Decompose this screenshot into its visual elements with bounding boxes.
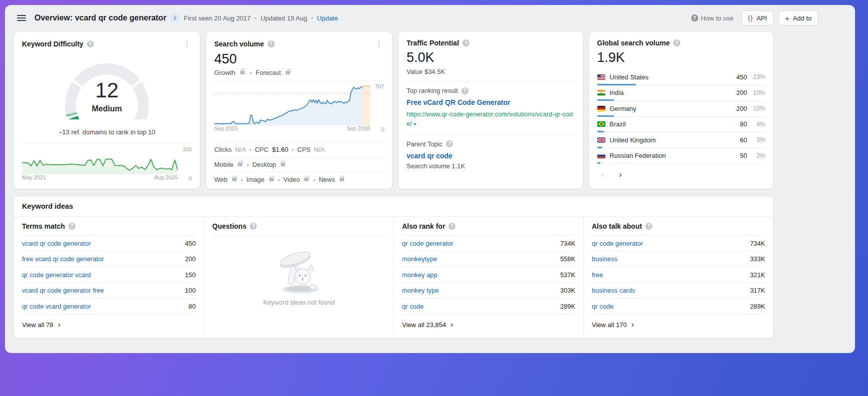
view-all-link[interactable]: View all 23,854 › — [402, 315, 575, 335]
question-icon[interactable]: ? — [268, 40, 275, 47]
country-share: 4% — [747, 121, 765, 128]
keyword-row: monkey type303K — [402, 283, 575, 299]
keyword-row: qr code generator734K — [592, 236, 765, 252]
flag-gb-icon — [597, 137, 605, 143]
growth-toggle[interactable]: Growth — [214, 69, 235, 76]
how-to-use-link[interactable]: ? How to use — [691, 14, 734, 22]
keyword-link[interactable]: monkeytype — [402, 255, 560, 263]
axis-max-label: 707 — [375, 83, 384, 89]
difficulty-level: Medium — [52, 104, 162, 113]
country-share: 3% — [747, 136, 765, 143]
app-window: Overview: vcard qr code generator i Firs… — [5, 5, 855, 353]
country-row: United Kingdom603% — [597, 132, 766, 148]
view-all-link[interactable]: View all 78 › — [22, 315, 196, 335]
keyword-link[interactable]: qr code vcard generator — [22, 303, 189, 310]
country-row: United States45023% — [597, 69, 766, 85]
question-icon[interactable]: ? — [68, 223, 75, 230]
keyword-link[interactable]: free vcard qr code generator — [22, 255, 185, 263]
axis-end-label: Aug 2025 — [154, 174, 178, 182]
forecast-toggle[interactable]: Forecast — [256, 69, 281, 76]
top-ranking-url[interactable]: https://www.qr-code-generator.com/soluti… — [407, 110, 575, 129]
country-share: 10% — [747, 89, 765, 96]
keyword-link[interactable]: monkey type — [402, 287, 560, 294]
question-icon[interactable]: ? — [462, 39, 469, 46]
flag-in-icon — [597, 90, 605, 95]
question-icon[interactable]: ? — [446, 140, 453, 147]
difficulty-note: ~13 ref. domains to rank in top 10 — [22, 128, 192, 136]
country-volume: 200 — [736, 105, 747, 112]
axis-start-label: May 2021 — [22, 174, 46, 182]
divider — [407, 134, 575, 135]
keyword-link[interactable]: vcard qr code generator free — [22, 287, 185, 294]
bullet-separator: • — [311, 15, 313, 21]
country-volume: 200 — [736, 89, 747, 96]
keyword-volume: 558K — [560, 255, 575, 263]
keyword-volume: 321K — [750, 271, 765, 279]
keyword-link[interactable]: free — [592, 271, 750, 279]
chevron-left-icon[interactable]: ‹ — [601, 170, 604, 180]
questions-column: Questions ? — [204, 217, 394, 338]
api-button[interactable]: {} API — [742, 10, 774, 25]
axis-min-label: 0 — [381, 126, 384, 132]
question-icon[interactable]: ? — [448, 223, 455, 230]
lock-icon — [238, 163, 242, 166]
keyword-volume: 317K — [750, 287, 765, 294]
bullet-separator: • — [250, 70, 252, 76]
also-rank-for-column: Also rank for ? qr code generator734Kmon… — [394, 217, 583, 338]
menu-icon[interactable] — [17, 13, 26, 22]
info-icon[interactable]: i — [171, 14, 179, 22]
caret-down-icon[interactable]: ▾ — [414, 121, 417, 127]
kebab-menu-icon[interactable]: ⋮ — [375, 39, 384, 48]
lock-icon — [281, 163, 285, 166]
keyword-link[interactable]: qr code generator vcard — [22, 271, 185, 279]
card-title: Traffic Potential — [407, 39, 459, 47]
web-toggle[interactable]: Web — [214, 176, 228, 183]
news-toggle[interactable]: News — [319, 176, 335, 183]
top-ranking-result-link[interactable]: Free vCard QR Code Generator — [407, 98, 575, 106]
keyword-link[interactable]: monkey app — [402, 271, 560, 279]
country-share: 10% — [747, 105, 765, 112]
question-icon[interactable]: ? — [461, 87, 468, 94]
keyword-link[interactable]: business cards — [592, 287, 750, 294]
keyword-ideas-panel: Keyword ideas Terms match ? vcard qr cod… — [14, 196, 773, 338]
mobile-toggle[interactable]: Mobile — [214, 161, 233, 168]
lock-icon — [340, 178, 344, 181]
lock-icon — [304, 178, 309, 181]
keyword-volume: 734K — [750, 240, 765, 247]
divider — [407, 81, 575, 81]
add-to-button[interactable]: + Add to — [779, 10, 818, 25]
keyword-link[interactable]: qr code generator — [402, 240, 560, 247]
image-toggle[interactable]: Image — [246, 176, 264, 183]
question-icon[interactable]: ? — [87, 40, 94, 47]
parent-topic-link[interactable]: vcard qr code — [407, 152, 575, 160]
question-icon[interactable]: ? — [645, 223, 652, 230]
keyword-link[interactable]: qr code — [592, 303, 750, 310]
keyword-row: qr code vcard generator80 — [22, 299, 196, 315]
updated-text: Updated 19 Aug — [261, 14, 307, 22]
kebab-menu-icon[interactable]: ⋮ — [182, 39, 192, 48]
bullet-separator: • — [255, 15, 257, 21]
desktop-toggle[interactable]: Desktop — [252, 161, 276, 168]
update-link[interactable]: Update — [317, 14, 338, 22]
keyword-link[interactable]: qr code — [402, 303, 560, 310]
country-name: United States — [610, 73, 737, 81]
keyword-volume: 100 — [185, 287, 196, 294]
country-share-bar — [597, 162, 601, 164]
chevron-right-icon[interactable]: › — [619, 170, 622, 180]
country-row: Brazil804% — [597, 117, 766, 133]
keyword-link[interactable]: business — [592, 255, 750, 263]
keyword-row: monkey app537K — [402, 267, 575, 283]
question-icon[interactable]: ? — [673, 39, 680, 46]
difficulty-value: 12 — [52, 78, 162, 102]
keyword-row: qr code289K — [402, 299, 575, 315]
keyword-link[interactable]: qr code generator — [592, 240, 750, 247]
lock-icon — [240, 71, 245, 74]
empty-state-text: Keyword ideas not found — [263, 299, 335, 306]
flag-us-icon — [597, 74, 605, 80]
top-ranking-label: Top ranking result — [407, 87, 458, 94]
country-volume: 450 — [736, 73, 747, 81]
view-all-link[interactable]: View all 170 › — [592, 315, 765, 335]
video-toggle[interactable]: Video — [283, 176, 300, 183]
keyword-link[interactable]: vcard qr code generator — [22, 240, 185, 247]
question-icon[interactable]: ? — [250, 223, 257, 230]
